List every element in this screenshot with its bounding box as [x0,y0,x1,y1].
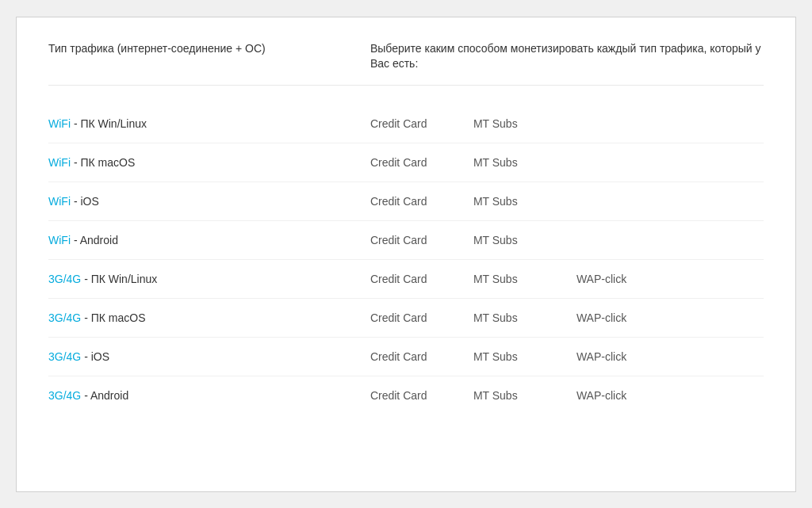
traffic-highlight-3g4g-macos: 3G/4G [48,311,81,324]
option-item-3g4g-ios-2[interactable]: WAP-click [576,350,680,363]
traffic-label-wifi-android: WiFi - Android [48,234,370,246]
option-item-wifi-win-linux-1[interactable]: MT Subs [473,117,576,130]
traffic-rest-3g4g-android: - Android [81,389,128,402]
traffic-highlight-wifi-ios: WiFi [48,195,71,208]
main-container: Тип трафика (интернет-соединение + ОС) В… [16,17,796,492]
option-item-3g4g-android-0[interactable]: Credit Card [370,389,473,402]
traffic-rest-wifi-android: - Android [71,234,118,246]
traffic-highlight-3g4g-ios: 3G/4G [48,350,81,363]
table-row: WiFi - ПК macOSCredit CardMT Subs [48,143,764,182]
traffic-highlight-3g4g-win-linux: 3G/4G [48,273,81,285]
table-row: 3G/4G - iOSCredit CardMT SubsWAP-click [48,338,764,376]
option-item-wifi-macos-1[interactable]: MT Subs [473,156,576,169]
option-item-3g4g-win-linux-2[interactable]: WAP-click [576,273,680,285]
traffic-label-3g4g-macos: 3G/4G - ПК macOS [48,311,370,324]
option-item-3g4g-ios-0[interactable]: Credit Card [370,350,473,363]
traffic-highlight-wifi-android: WiFi [48,234,71,246]
table-row: WiFi - ПК Win/LinuxCredit CardMT Subs [48,105,764,143]
table-row: 3G/4G - ПК Win/LinuxCredit CardMT SubsWA… [48,260,764,299]
header-traffic-label: Тип трафика (интернет-соединение + ОС) [48,41,370,72]
monetize-options-3g4g-android: Credit CardMT SubsWAP-click [370,389,764,402]
traffic-label-wifi-win-linux: WiFi - ПК Win/Linux [48,117,370,130]
traffic-label-3g4g-android: 3G/4G - Android [48,389,370,402]
option-item-wifi-android-0[interactable]: Credit Card [370,234,473,246]
option-item-wifi-ios-0[interactable]: Credit Card [370,195,473,208]
traffic-rest-wifi-win-linux: - ПК Win/Linux [71,117,147,130]
monetize-options-wifi-macos: Credit CardMT Subs [370,156,764,169]
option-item-wifi-macos-0[interactable]: Credit Card [370,156,473,169]
traffic-highlight-wifi-win-linux: WiFi [48,117,71,130]
traffic-label-wifi-macos: WiFi - ПК macOS [48,156,370,169]
option-item-3g4g-win-linux-1[interactable]: MT Subs [473,273,576,285]
header-monetize-label: Выберите каким способом монетизировать к… [370,41,764,72]
monetize-options-3g4g-macos: Credit CardMT SubsWAP-click [370,311,764,324]
monetize-options-wifi-win-linux: Credit CardMT Subs [370,117,764,130]
option-item-wifi-ios-1[interactable]: MT Subs [473,195,576,208]
monetize-options-3g4g-ios: Credit CardMT SubsWAP-click [370,350,764,363]
traffic-label-3g4g-ios: 3G/4G - iOS [48,350,370,363]
traffic-label-3g4g-win-linux: 3G/4G - ПК Win/Linux [48,273,370,285]
option-item-3g4g-ios-1[interactable]: MT Subs [473,350,576,363]
traffic-rows: WiFi - ПК Win/LinuxCredit CardMT SubsWiF… [48,105,764,414]
traffic-rest-3g4g-macos: - ПК macOS [81,311,145,324]
traffic-highlight-wifi-macos: WiFi [48,156,71,169]
traffic-rest-wifi-macos: - ПК macOS [71,156,135,169]
option-item-3g4g-macos-2[interactable]: WAP-click [576,311,680,324]
option-item-3g4g-android-2[interactable]: WAP-click [576,389,680,402]
option-item-3g4g-win-linux-0[interactable]: Credit Card [370,273,473,285]
table-row: WiFi - iOSCredit CardMT Subs [48,182,764,221]
traffic-rest-3g4g-win-linux: - ПК Win/Linux [81,273,157,285]
monetize-options-wifi-android: Credit CardMT Subs [370,234,764,246]
traffic-highlight-3g4g-android: 3G/4G [48,389,81,402]
table-header: Тип трафика (интернет-соединение + ОС) В… [48,41,764,86]
option-item-3g4g-macos-0[interactable]: Credit Card [370,311,473,324]
option-item-3g4g-macos-1[interactable]: MT Subs [473,311,576,324]
traffic-rest-wifi-ios: - iOS [71,195,99,208]
table-row: WiFi - AndroidCredit CardMT Subs [48,221,764,260]
traffic-label-wifi-ios: WiFi - iOS [48,195,370,208]
option-item-wifi-android-1[interactable]: MT Subs [473,234,576,246]
option-item-wifi-win-linux-0[interactable]: Credit Card [370,117,473,130]
monetize-options-wifi-ios: Credit CardMT Subs [370,195,764,208]
option-item-3g4g-android-1[interactable]: MT Subs [473,389,576,402]
table-row: 3G/4G - AndroidCredit CardMT SubsWAP-cli… [48,376,764,414]
table-row: 3G/4G - ПК macOSCredit CardMT SubsWAP-cl… [48,299,764,338]
traffic-rest-3g4g-ios: - iOS [81,350,109,363]
monetize-options-3g4g-win-linux: Credit CardMT SubsWAP-click [370,273,764,285]
